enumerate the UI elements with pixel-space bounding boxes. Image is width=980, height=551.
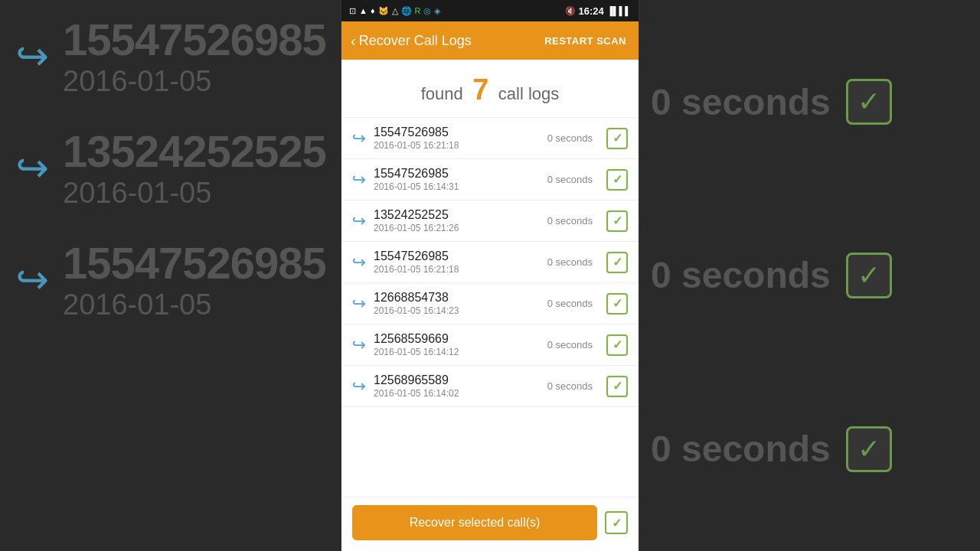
call-duration: 0 seconds [547, 298, 593, 309]
time-display: 16:24 [579, 5, 604, 17]
background-right: 0 seconds ✓ 0 seconds ✓ 0 seconds ✓ [635, 0, 980, 551]
check-icon: ✓ [612, 296, 622, 311]
call-date: 2016-01-05 16:14:31 [374, 181, 540, 192]
call-checkbox[interactable]: ✓ [606, 252, 628, 273]
call-number: 12568965589 [374, 373, 540, 387]
bg-date-3: 2016-01-05 [63, 289, 326, 321]
app-icon: ◈ [434, 6, 440, 16]
check-icon: ✓ [612, 214, 622, 228]
call-type-icon: ↩ [352, 211, 366, 231]
call-date: 2016-01-05 16:21:18 [374, 264, 540, 275]
signal-icon: ♦ [371, 6, 375, 15]
call-type-icon: ↩ [352, 129, 366, 148]
bg-phone-icon-2: ↩ [15, 145, 49, 191]
call-info: 13524252525 2016-01-05 16:21:26 [374, 208, 540, 233]
header-title: Recover Call Logs [359, 33, 472, 49]
call-type-icon: ↩ [352, 294, 366, 314]
call-type-icon: ↩ [352, 170, 366, 190]
call-log-item[interactable]: ↩ 12668854738 2016-01-05 16:14:23 0 seco… [341, 283, 639, 324]
phone-screen: ⊡ ▲ ♦ 🐱 △ 🌐 R ◎ ◈ 🔇 16:24 ▐▌▌▌ ‹ Recover… [341, 0, 639, 551]
globe-icon: 🌐 [401, 6, 412, 16]
call-duration: 0 seconds [547, 380, 593, 392]
bg-number-1: 15547526985 [63, 14, 326, 65]
call-duration: 0 seconds [547, 256, 593, 268]
call-checkbox[interactable]: ✓ [606, 169, 628, 191]
bg-phone-icon-1: ↩ [15, 33, 49, 79]
check-icon: ✓ [612, 255, 622, 269]
check-icon: ✓ [612, 172, 622, 187]
call-log-item[interactable]: ↩ 15547526985 2016-01-05 16:21:18 0 seco… [341, 242, 639, 283]
call-log-item[interactable]: ↩ 12568559669 2016-01-05 16:14:12 0 seco… [341, 324, 639, 366]
bg-check-1: ✓ [858, 86, 880, 118]
bg-phone-icon-3: ↩ [15, 256, 49, 302]
call-info: 12568965589 2016-01-05 16:14:02 [374, 373, 540, 399]
call-number: 15547526985 [374, 167, 540, 181]
call-number: 12568559669 [374, 332, 540, 346]
call-info: 15547526985 2016-01-05 16:21:18 [374, 126, 540, 151]
call-number: 12668854738 [374, 291, 540, 305]
call-number: 13524252525 [374, 208, 540, 222]
call-number: 15547526985 [374, 126, 540, 139]
call-log-item[interactable]: ↩ 13524252525 2016-01-05 16:21:26 0 seco… [341, 201, 639, 242]
call-type-icon: ↩ [352, 377, 366, 396]
call-log-item[interactable]: ↩ 15547526985 2016-01-05 16:21:18 0 seco… [341, 118, 639, 159]
call-date: 2016-01-05 16:14:02 [374, 388, 540, 399]
call-date: 2016-01-05 16:14:23 [374, 305, 540, 316]
sim-icon: ⊡ [349, 6, 356, 16]
call-info: 12568559669 2016-01-05 16:14:12 [374, 332, 540, 357]
call-date: 2016-01-05 16:14:12 [374, 347, 540, 357]
app-header: ‹ Recover Call Logs RESTART SCAN [341, 21, 639, 60]
call-checkbox[interactable]: ✓ [606, 334, 628, 356]
header-left: ‹ Recover Call Logs [351, 32, 472, 50]
background-left: ↩ 15547526985 2016-01-05 ↩ 13524252525 2… [0, 0, 345, 551]
call-checkbox[interactable]: ✓ [606, 210, 628, 232]
bg-seconds-2: 0 seconds [651, 254, 831, 296]
check-icon: ✓ [612, 379, 622, 393]
call-info: 15547526985 2016-01-05 16:21:18 [374, 249, 540, 275]
check-icon: ✓ [612, 131, 622, 145]
select-all-check-icon: ✓ [612, 516, 622, 530]
found-prefix: found [421, 84, 463, 103]
recover-button[interactable]: Recover selected call(s) [352, 505, 597, 540]
found-suffix: call logs [498, 84, 559, 103]
bg-number-3: 15547526985 [63, 237, 326, 289]
bg-check-2: ✓ [858, 259, 880, 292]
restart-scan-button[interactable]: RESTART SCAN [541, 32, 629, 50]
status-right-icons: 🔇 16:24 ▐▌▌▌ [565, 5, 631, 17]
call-date: 2016-01-05 16:21:26 [374, 223, 540, 233]
bg-check-3: ✓ [858, 433, 880, 465]
bg-date-2: 2016-01-05 [63, 177, 326, 210]
back-button[interactable]: ‹ [351, 32, 356, 50]
call-checkbox[interactable]: ✓ [606, 376, 628, 397]
bg-seconds-1: 0 seconds [651, 81, 831, 123]
mute-icon: 🔇 [565, 6, 576, 16]
call-type-icon: ↩ [352, 253, 366, 272]
call-info: 12668854738 2016-01-05 16:14:23 [374, 291, 540, 316]
call-date: 2016-01-05 16:21:18 [374, 140, 540, 151]
root-icon: R [415, 6, 421, 15]
call-checkbox[interactable]: ✓ [606, 293, 628, 315]
wifi-icon: ▲ [359, 6, 368, 15]
select-all-checkbox[interactable]: ✓ [605, 511, 628, 534]
bg-date-1: 2016-01-05 [63, 65, 326, 98]
call-log-item[interactable]: ↩ 12568965589 2016-01-05 16:14:02 0 seco… [341, 366, 639, 407]
call-duration: 0 seconds [547, 132, 593, 144]
bottom-bar: Recover selected call(s) ✓ [341, 497, 639, 551]
battery-icon: ▐▌▌▌ [607, 6, 631, 15]
check-icon: ✓ [612, 337, 622, 352]
call-info: 15547526985 2016-01-05 16:14:31 [374, 167, 540, 192]
found-count: 7 [472, 73, 488, 106]
status-bar: ⊡ ▲ ♦ 🐱 △ 🌐 R ◎ ◈ 🔇 16:24 ▐▌▌▌ [341, 0, 639, 21]
call-logs-list[interactable]: ↩ 15547526985 2016-01-05 16:21:18 0 seco… [341, 118, 639, 497]
warning-icon: △ [392, 6, 398, 16]
call-duration: 0 seconds [547, 174, 593, 185]
cat-icon: 🐱 [378, 6, 389, 16]
status-left-icons: ⊡ ▲ ♦ 🐱 △ 🌐 R ◎ ◈ [349, 6, 440, 16]
call-type-icon: ↩ [352, 335, 366, 355]
vpn-icon: ◎ [423, 6, 431, 16]
call-duration: 0 seconds [547, 339, 593, 350]
bg-number-2: 13524252525 [63, 126, 326, 177]
call-log-item[interactable]: ↩ 15547526985 2016-01-05 16:14:31 0 seco… [341, 159, 639, 201]
call-checkbox[interactable]: ✓ [606, 128, 628, 149]
call-duration: 0 seconds [547, 215, 593, 227]
